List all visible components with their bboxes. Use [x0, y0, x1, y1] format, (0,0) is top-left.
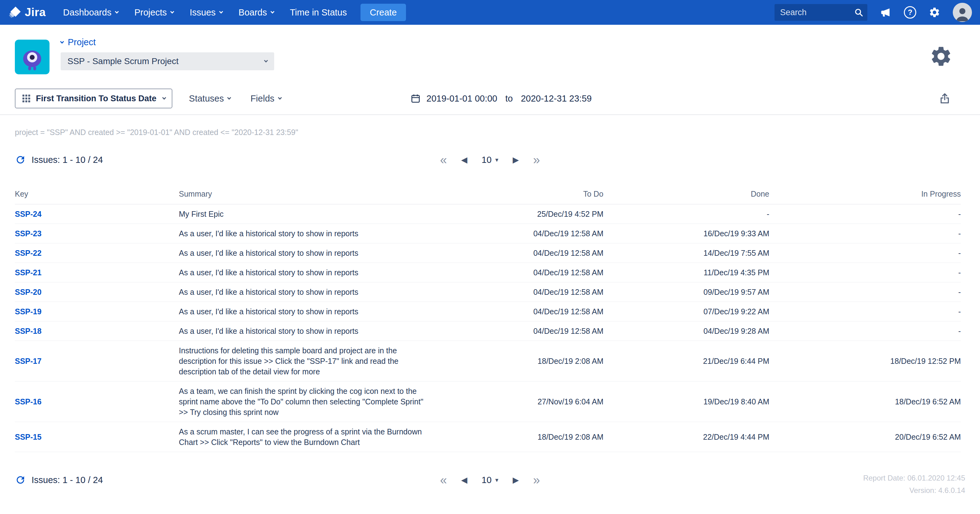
page-size-value: 10: [482, 476, 492, 485]
nav-label: Boards: [239, 8, 267, 18]
report-type-button[interactable]: First Transition To Status Date: [15, 89, 172, 109]
issue-key-link[interactable]: SSP-21: [15, 268, 41, 277]
issue-key-link[interactable]: SSP-19: [15, 307, 41, 316]
date-from: 2019-01-01 00:00: [426, 94, 497, 104]
table-row: SSP-22 As a user, I'd like a historical …: [15, 243, 961, 263]
column-header-summary: Summary: [179, 184, 442, 204]
chevron-down-icon: [219, 10, 223, 14]
search-input[interactable]: [775, 4, 867, 21]
version-label: Version: 4.6.0.14: [863, 484, 965, 496]
fields-dropdown[interactable]: Fields: [248, 93, 283, 104]
issue-key-link[interactable]: SSP-15: [15, 433, 41, 441]
caret-down-icon: ▾: [495, 157, 498, 163]
issue-summary: As a user, I'd like a historical story t…: [179, 243, 442, 263]
table-row: SSP-23 As a user, I'd like a historical …: [15, 224, 961, 243]
done-date: 14/Dec/19 7:55 AM: [603, 243, 769, 263]
chevron-down-icon: [278, 96, 282, 100]
announcement-icon[interactable]: [880, 6, 891, 18]
pagination-first-button[interactable]: «: [440, 474, 447, 486]
jira-logo[interactable]: Jira: [8, 6, 46, 19]
caret-down-icon: ▾: [495, 477, 498, 483]
issue-key-link[interactable]: SSP-24: [15, 210, 41, 218]
project-section-label: Project: [68, 37, 95, 47]
table-row: SSP-15 As a scrum master, I can see the …: [15, 422, 961, 452]
top-navbar: Jira Dashboards Projects Issues Boards T…: [0, 0, 980, 25]
issue-key-link[interactable]: SSP-18: [15, 327, 41, 335]
table-header-row: Key Summary To Do Done In Progress: [15, 184, 961, 204]
nav-item-time-in-status[interactable]: Time in Status: [290, 8, 347, 18]
table-row: SSP-16 As a team, we can finish the spri…: [15, 382, 961, 422]
pagination-next-button[interactable]: ▶: [513, 156, 519, 164]
table-row: SSP-19 As a user, I'd like a historical …: [15, 302, 961, 321]
in-progress-date: 18/Dec/19 6:52 AM: [769, 382, 961, 422]
refresh-icon[interactable]: [15, 154, 26, 165]
column-header-todo: To Do: [442, 184, 603, 204]
pagination-prev-button[interactable]: ◀: [461, 476, 467, 484]
table-row: SSP-24 My First Epic 25/Dec/19 4:52 PM -…: [15, 204, 961, 224]
done-date: 07/Dec/19 9:22 AM: [603, 302, 769, 321]
date-to: 2020-12-31 23:59: [521, 94, 592, 104]
issue-key-link[interactable]: SSP-16: [15, 397, 41, 406]
page-size-select[interactable]: 10 ▾: [482, 155, 498, 164]
issues-summary-row-bottom: Issues: 1 - 10 / 24 « ◀ 10 ▾ ▶ » Report …: [15, 472, 965, 488]
table-row: SSP-20 As a user, I'd like a historical …: [15, 283, 961, 302]
report-meta: Report Date: 06.01.2020 12:45 Version: 4…: [863, 472, 965, 496]
refresh-icon[interactable]: [15, 474, 26, 485]
done-date: 09/Dec/19 9:57 AM: [603, 283, 769, 302]
statuses-dropdown[interactable]: Statuses: [187, 93, 233, 104]
nav-item-dashboards[interactable]: Dashboards: [63, 8, 118, 18]
done-date: -: [603, 204, 769, 224]
column-header-done: Done: [603, 184, 769, 204]
issue-summary: As a team, we can finish the sprint by c…: [179, 382, 442, 422]
project-header: Project SSP - Sample Scrum Project: [0, 25, 980, 82]
issue-summary: As a user, I'd like a historical story t…: [179, 283, 442, 302]
pagination-next-button[interactable]: ▶: [513, 476, 519, 484]
project-select-value: SSP - Sample Scrum Project: [67, 56, 178, 66]
chevron-down-icon: [60, 40, 64, 44]
page-size-select[interactable]: 10 ▾: [482, 476, 498, 485]
pagination-last-button[interactable]: »: [533, 474, 540, 486]
issue-key-link[interactable]: SSP-22: [15, 249, 41, 257]
settings-gear-icon[interactable]: [929, 45, 953, 68]
pagination-first-button[interactable]: «: [440, 153, 447, 166]
table-row: SSP-17 Instructions for deleting this sa…: [15, 341, 961, 382]
issue-key-link[interactable]: SSP-23: [15, 229, 41, 238]
issue-summary: As a user, I'd like a historical story t…: [179, 302, 442, 321]
date-range-picker[interactable]: 2019-01-01 00:00 to 2020-12-31 23:59: [410, 93, 592, 104]
gear-icon[interactable]: [929, 6, 940, 18]
search-icon[interactable]: [854, 8, 864, 18]
in-progress-date: -: [769, 283, 961, 302]
grid-icon: [22, 94, 31, 103]
issues-count-label: Issues: 1 - 10 / 24: [32, 155, 103, 165]
jql-query: project = "SSP" AND created >= "2019-01-…: [15, 128, 965, 137]
done-date: 04/Dec/19 9:28 AM: [603, 321, 769, 341]
in-progress-date: -: [769, 302, 961, 321]
done-date: 16/Dec/19 9:33 AM: [603, 224, 769, 243]
done-date: 19/Dec/19 8:40 AM: [603, 382, 769, 422]
nav-item-boards[interactable]: Boards: [239, 8, 274, 18]
todo-date: 18/Dec/19 2:08 AM: [442, 422, 603, 452]
statuses-label: Statuses: [189, 94, 224, 104]
pagination-prev-button[interactable]: ◀: [461, 156, 467, 164]
project-select[interactable]: SSP - Sample Scrum Project: [60, 52, 274, 70]
issue-key-link[interactable]: SSP-17: [15, 357, 41, 366]
help-icon[interactable]: ?: [904, 6, 916, 19]
issue-summary: As a user, I'd like a historical story t…: [179, 321, 442, 341]
create-button[interactable]: Create: [361, 4, 406, 21]
nav-item-issues[interactable]: Issues: [190, 8, 223, 18]
issue-summary: As a user, I'd like a historical story t…: [179, 224, 442, 243]
todo-date: 04/Dec/19 12:58 AM: [442, 302, 603, 321]
done-date: 11/Dec/19 4:35 PM: [603, 263, 769, 283]
export-icon[interactable]: [939, 92, 951, 105]
chevron-down-icon: [115, 10, 119, 14]
todo-date: 18/Dec/19 2:08 AM: [442, 341, 603, 382]
issue-key-link[interactable]: SSP-20: [15, 288, 41, 296]
pagination-last-button[interactable]: »: [533, 153, 540, 166]
column-header-key: Key: [15, 184, 179, 204]
issue-summary: My First Epic: [179, 204, 442, 224]
person-icon: [954, 5, 971, 22]
nav-item-projects[interactable]: Projects: [134, 8, 173, 18]
done-date: 21/Dec/19 6:44 PM: [603, 341, 769, 382]
project-section-toggle[interactable]: Project: [60, 37, 274, 47]
user-avatar[interactable]: [953, 3, 972, 22]
